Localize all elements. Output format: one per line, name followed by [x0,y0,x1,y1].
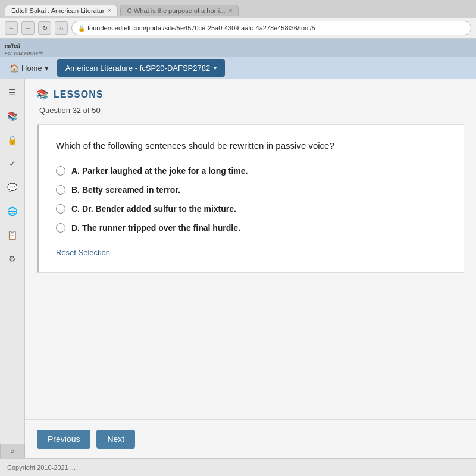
radio-c[interactable] [56,204,65,214]
question-card: Which of the following sentences should … [37,124,464,273]
reset-selection-link[interactable]: Reset Selection [56,248,110,257]
tab-active[interactable]: Edtell Sakai : American Literatur × [5,5,118,16]
tab-bar: Edtell Sakai : American Literatur × G Wh… [0,0,476,18]
lessons-icon: 📚 [37,89,49,100]
lessons-title: LESSONS [54,89,103,100]
footer-copyright: Copyright 2010-2021 ... [7,464,76,471]
sidebar-lock-icon[interactable]: 🔒 [4,131,21,148]
refresh-button[interactable]: ↻ [38,21,51,35]
app-logo: edtell For Your Future™ [5,40,43,56]
question-progress: Question 32 of 50 [37,106,464,115]
home-nav-button[interactable]: ⌂ [55,21,68,35]
question-text: Which of the following sentences should … [56,139,447,153]
sidebar-menu-icon[interactable]: ☰ [4,84,21,101]
address-bar[interactable]: 🔒 founders.edtell.com/portal/site/5e4570… [71,21,471,35]
tab-inactive[interactable]: G What is the purpose of a horri... × [120,5,239,16]
home-icon: 🏠 [10,64,19,73]
radio-b[interactable] [56,185,65,195]
radio-d[interactable] [56,223,65,233]
sidebar-check-icon[interactable]: ✓ [4,155,21,172]
home-link[interactable]: 🏠 Home ▾ [5,61,54,75]
tab-inactive-label: G What is the purpose of a horri... [127,7,225,14]
answer-option-a[interactable]: A. Parker laughed at the joke for a long… [56,166,447,176]
tab2-close-icon[interactable]: × [228,7,232,14]
url-text: founders.edtell.com/portal/site/5e4570ce… [87,24,315,32]
address-bar-row: ← → ↻ ⌂ 🔒 founders.edtell.com/portal/sit… [0,18,476,38]
expand-sidebar-button[interactable]: » [0,444,25,458]
answer-option-d[interactable]: D. The runner tripped over the final hur… [56,223,447,233]
radio-a[interactable] [56,166,65,176]
answer-option-c[interactable]: C. Dr. Bender added sulfur to the mixtur… [56,204,447,214]
lock-icon: 🔒 [78,25,85,32]
answer-label-b: B. Betty screamed in terror. [71,185,180,195]
home-chevron: ▾ [45,64,49,73]
bottom-nav: Previous Next [25,419,476,458]
sidebar-notes-icon[interactable]: 📋 [4,227,21,243]
app-header: edtell For Your Future™ [0,39,476,57]
course-dropdown-label: American Literature - fcSP20-DAFSP2782 [65,64,211,73]
back-button[interactable]: ← [5,21,18,35]
sidebar-chat-icon[interactable]: 💬 [4,179,21,196]
next-button[interactable]: Next [96,430,135,449]
answer-label-c: C. Dr. Bender added sulfur to the mixtur… [71,204,236,214]
home-label: Home [21,64,42,73]
answer-option-b[interactable]: B. Betty screamed in terror. [56,185,447,195]
sidebar-globe-icon[interactable]: 🌐 [4,203,21,220]
sidebar: ☰ 📚 🔒 ✓ 💬 🌐 📋 ⚙ [0,79,25,476]
answer-label-a: A. Parker laughed at the joke for a long… [71,166,248,176]
dropdown-chevron-icon: ▾ [214,65,217,71]
tab1-close-icon[interactable]: × [108,7,112,14]
nav-bar: 🏠 Home ▾ American Literature - fcSP20-DA… [0,57,476,79]
sidebar-map-icon[interactable]: 📚 [4,108,21,124]
answer-label-d: D. The runner tripped over the final hur… [71,223,240,233]
forward-button[interactable]: → [21,21,35,35]
content-area: 📚 LESSONS Question 32 of 50 Which of the… [25,79,476,476]
tab-active-label: Edtell Sakai : American Literatur [11,7,105,14]
lessons-header: 📚 LESSONS [37,89,464,100]
main-layout: ☰ 📚 🔒 ✓ 💬 🌐 📋 ⚙ 📚 LESSONS Question 32 of… [0,79,476,476]
sidebar-gear-icon[interactable]: ⚙ [4,250,21,267]
browser-chrome: Edtell Sakai : American Literatur × G Wh… [0,0,476,39]
previous-button[interactable]: Previous [37,430,90,449]
page-footer: Copyright 2010-2021 ... [0,458,476,476]
course-dropdown-button[interactable]: American Literature - fcSP20-DAFSP2782 ▾ [57,59,226,77]
